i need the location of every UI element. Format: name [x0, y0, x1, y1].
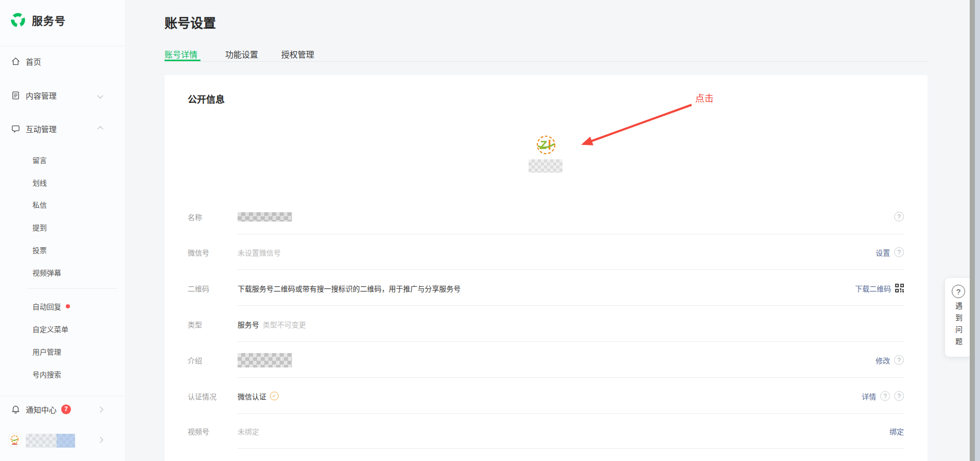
- form-row-qrcode: 二维码 下载服务号二维码或带有搜一搜标识的二维码，用于推广与分享服务号 下载二维…: [188, 270, 904, 306]
- svg-text:Z: Z: [539, 138, 548, 152]
- public-info-card: 公开信息 Z 点击 名称 ? 微信号 未设置微信号 设置 ?: [165, 75, 928, 461]
- channels-value: 未绑定: [238, 426, 259, 436]
- verified-badge-icon: ✓: [270, 392, 279, 400]
- sidebar-item-auto-reply[interactable]: 自动回复: [32, 301, 70, 311]
- sidebar-item-custom-menu[interactable]: 自定义菜单: [32, 324, 68, 334]
- chevron-right-icon[interactable]: [97, 437, 103, 442]
- help-icon[interactable]: ?: [894, 247, 904, 257]
- wechat-id-value: 未设置微信号: [238, 247, 281, 257]
- sidebar-item-label: 互动管理: [26, 123, 57, 134]
- divider: [238, 377, 904, 378]
- modify-introduction-link[interactable]: 修改: [876, 355, 890, 365]
- brand: 服务号: [9, 11, 66, 29]
- divider: [238, 341, 904, 342]
- service-account-logo-icon: [9, 11, 27, 29]
- form-row-wechat-id: 微信号 未设置微信号 设置 ?: [188, 234, 904, 270]
- chevron-right-icon: [97, 407, 103, 412]
- qrcode-icon[interactable]: [895, 284, 904, 292]
- brand-title: 服务号: [32, 12, 66, 28]
- divider: [238, 305, 904, 306]
- verification-value: 微信认证: [238, 391, 266, 401]
- divider: [165, 61, 928, 62]
- account-display-name-blurred: [529, 159, 562, 173]
- divider: [0, 396, 125, 396]
- introduction-value-blurred: [238, 353, 292, 367]
- tab-account-details[interactable]: 账号详情: [165, 48, 197, 60]
- sidebar-item-interaction-management[interactable]: 互动管理: [0, 120, 125, 137]
- divider: [0, 46, 125, 46]
- sidebar-item-private-messages[interactable]: 私信: [32, 199, 47, 210]
- divider: [27, 288, 117, 289]
- scrollbar-thumb[interactable]: [970, 0, 975, 461]
- notification-badge: 7: [61, 404, 71, 414]
- chevron-down-icon: [97, 93, 103, 98]
- help-widget[interactable]: ? 遇到问题: [945, 278, 972, 357]
- question-circle-icon: ?: [952, 285, 965, 298]
- verification-details-link[interactable]: 详情: [862, 391, 876, 401]
- form-row-introduction: 介绍 修改 ?: [188, 342, 904, 378]
- help-widget-label: 遇到问题: [953, 302, 964, 349]
- account-avatar[interactable]: Z: [535, 134, 557, 156]
- sidebar-item-underlines[interactable]: 划线: [32, 177, 47, 188]
- qrcode-description: 下载服务号二维码或带有搜一搜标识的二维码，用于推广与分享服务号: [238, 283, 461, 293]
- scrollbar-track[interactable]: [975, 0, 980, 461]
- form-row-verification: 认证情况 微信认证 ✓ 详情 ? ?: [188, 378, 904, 414]
- sidebar-item-home[interactable]: 首页: [0, 52, 125, 70]
- sidebar-item-content-management[interactable]: 内容管理: [0, 86, 125, 104]
- sidebar-item-votes[interactable]: 投票: [32, 245, 47, 255]
- section-title: 公开信息: [188, 92, 225, 105]
- sidebar-item-comments[interactable]: 留言: [32, 155, 47, 165]
- download-qrcode-link[interactable]: 下载二维码: [855, 283, 891, 293]
- document-icon: [11, 90, 21, 100]
- sidebar-item-account-search[interactable]: 号内搜索: [32, 369, 61, 379]
- sidebar-item-user-management[interactable]: 用户管理: [32, 346, 61, 357]
- annotation-arrow: [563, 98, 702, 154]
- tab-authorization-management[interactable]: 授权管理: [281, 48, 314, 60]
- help-icon[interactable]: ?: [880, 391, 890, 401]
- form-row-type: 类型 服务号 类型不可变更: [188, 306, 904, 342]
- sidebar-item-video-danmaku[interactable]: 视频弹幕: [32, 267, 61, 278]
- divider: [238, 269, 904, 270]
- type-immutable-note: 类型不可变更: [263, 319, 306, 329]
- chevron-up-icon: [97, 126, 103, 132]
- sidebar-item-mentions[interactable]: 提到: [32, 222, 47, 232]
- org-logo-icon: Z: [535, 134, 557, 156]
- home-icon: [11, 57, 21, 66]
- bell-icon: [11, 404, 21, 414]
- set-wechat-id-link[interactable]: 设置: [876, 247, 890, 257]
- sidebar-item-label: 内容管理: [26, 90, 57, 101]
- help-icon[interactable]: ?: [894, 391, 904, 401]
- tab-feature-settings[interactable]: 功能设置: [225, 48, 258, 60]
- page-title: 账号设置: [165, 13, 216, 31]
- help-icon[interactable]: ?: [894, 355, 904, 365]
- form-row-channels: 视频号 未绑定 绑定: [188, 413, 904, 449]
- form-row-name: 名称 ?: [188, 199, 904, 234]
- notification-dot: [66, 304, 70, 308]
- sidebar-item-label: 首页: [26, 56, 41, 67]
- help-icon[interactable]: ?: [894, 212, 904, 222]
- chat-bubble-icon: [11, 124, 21, 134]
- name-value-blurred: [238, 212, 292, 222]
- account-type-value: 服务号: [238, 319, 259, 329]
- account-mini-avatar[interactable]: [8, 433, 22, 447]
- bind-channels-link[interactable]: 绑定: [890, 426, 904, 436]
- org-logo-icon: [8, 434, 21, 447]
- sidebar-item-notification-center[interactable]: 通知中心 7: [0, 400, 125, 418]
- sidebar-item-label: 通知中心: [26, 404, 57, 415]
- account-name-blurred[interactable]: [26, 434, 75, 448]
- sidebar: 服务号 首页 内容管理 互动管理 留言 划线 私信 提到 投票 视频弹幕 自动回…: [0, 0, 125, 461]
- divider: [238, 448, 904, 449]
